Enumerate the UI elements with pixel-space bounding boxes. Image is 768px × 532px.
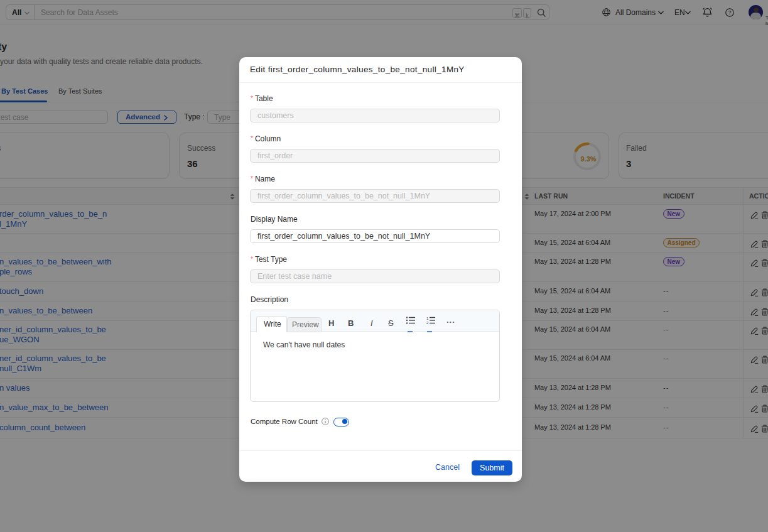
svg-text:1: 1 — [426, 317, 429, 320]
svg-text:2: 2 — [426, 321, 429, 324]
